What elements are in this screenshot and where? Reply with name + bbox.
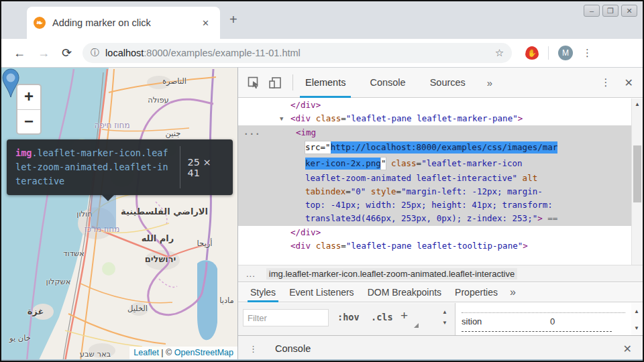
styles-filter-bar: :hov .cls + ▲ ▼: [238, 303, 455, 335]
toggle-class-button[interactable]: .cls: [371, 312, 393, 322]
scroll-up-icon[interactable]: ▲: [631, 308, 642, 314]
breadcrumb: ... img.leaflet-marker-icon.leaflet-zoom…: [238, 265, 643, 282]
code-text: </div>: [290, 100, 321, 110]
scroll-up-icon[interactable]: ▲: [632, 101, 643, 107]
tab-console-drawer[interactable]: Console: [272, 336, 313, 362]
tab-close-icon[interactable]: ✕: [198, 17, 213, 29]
code-text: ==: [547, 213, 557, 223]
url-bar[interactable]: ⓘ localhost :8000/examples/example-11-01…: [83, 43, 512, 63]
adblock-extension-icon[interactable]: ✋: [525, 46, 539, 60]
map-label: رام الله: [142, 233, 174, 243]
box-model-border: [462, 331, 612, 332]
elements-scrollbar[interactable]: ▲ ▼: [631, 99, 643, 280]
toggle-hover-button[interactable]: :hov: [337, 312, 360, 322]
code-text: =: [341, 113, 346, 123]
code-text: class: [391, 158, 417, 168]
map-label: מחוז חיפה: [94, 121, 129, 130]
tab-dom-breakpoints[interactable]: DOM Breakpoints: [366, 283, 443, 302]
tab-sources[interactable]: Sources: [427, 68, 468, 98]
tab-properties[interactable]: Properties: [453, 283, 499, 302]
tooltip-size: 25 × 41: [188, 157, 226, 178]
device-toolbar-icon[interactable]: [268, 76, 282, 89]
devtools-menu-icon[interactable]: ⋮: [601, 76, 611, 88]
browser-tab[interactable]: ❧ Adding marker on click ✕: [27, 7, 220, 39]
metrics-scrollbar[interactable]: ▲ ▼: [631, 303, 643, 335]
url-host: localhost: [105, 48, 144, 58]
breadcrumb-ellipsis[interactable]: ...: [246, 269, 256, 279]
scroll-up-icon[interactable]: ▲: [439, 307, 450, 318]
code-text: "margin-left: -12px; margin-: [401, 186, 543, 196]
forward-icon: →: [38, 46, 50, 60]
close-button[interactable]: ✕: [621, 5, 637, 17]
browser-toolbar: ← → ⟳ ⓘ localhost :8000/examples/example…: [1, 39, 643, 67]
tab-elements[interactable]: Elements: [303, 68, 348, 98]
tooltip-divider: [180, 146, 180, 188]
selected-text: http://localhost:8000/examples/css/image…: [331, 141, 558, 154]
osm-link[interactable]: OpenStreetMap: [174, 348, 233, 357]
scroll-down-icon[interactable]: ▼: [631, 325, 642, 331]
scrollbar-thumb[interactable]: [633, 145, 641, 202]
map-zoom-control: + −: [16, 84, 42, 135]
styles-filter-input[interactable]: [243, 309, 329, 326]
box-model-border: [462, 312, 625, 313]
tab-console[interactable]: Console: [367, 68, 408, 98]
console-menu-icon[interactable]: ⋮: [249, 344, 258, 354]
new-style-rule-button[interactable]: +: [400, 308, 408, 323]
reload-icon[interactable]: ⟳: [62, 46, 72, 60]
breadcrumb-selector[interactable]: img.leaflet-marker-icon.leaflet-zoom-ani…: [266, 268, 517, 280]
code-text: class: [316, 241, 341, 251]
code-text: <div: [290, 241, 311, 251]
tab-title: Adding marker on click: [52, 17, 198, 28]
zoom-in-button[interactable]: +: [17, 85, 40, 109]
map-label: אשדוד: [63, 249, 85, 258]
styles-pane-scroll[interactable]: ▲ ▼: [439, 307, 450, 328]
tab-event-listeners[interactable]: Event Listeners: [288, 283, 356, 302]
leaflet-link[interactable]: Leaflet: [133, 348, 159, 357]
window-bottom-edge: [1, 359, 643, 361]
attribute-editor[interactable]: src=": [305, 141, 331, 154]
code-text: >: [518, 113, 523, 123]
minimize-button[interactable]: –: [584, 5, 600, 17]
tooltip-classes: .leaflet-marker-icon.leaflet-zoom-animat…: [15, 147, 168, 186]
browser-window: – ❐ ✕ ❧ Adding marker on click ✕ + ← → ⟳…: [0, 0, 644, 362]
code-text: leaflet-zoom-animated leaflet-interactiv…: [305, 173, 517, 183]
leaflet-map[interactable]: الناصرة עפולה מחוז חיפה جنين חולון מחוז …: [1, 67, 237, 361]
sidebar-more-tabs-icon[interactable]: »: [510, 286, 516, 298]
code-text: class: [316, 113, 341, 123]
toolbar-divider: [548, 46, 549, 60]
tooltip-tag: img: [15, 147, 32, 158]
devtools-close-icon[interactable]: ✕: [625, 76, 633, 89]
metric-value[interactable]: 0: [550, 316, 555, 326]
node-options-icon[interactable]: ...: [244, 127, 261, 137]
page-info-icon[interactable]: ⓘ: [91, 47, 99, 59]
bookmark-star-icon[interactable]: ☆: [495, 47, 504, 59]
scroll-down-icon[interactable]: ▼: [439, 318, 450, 328]
browser-menu-icon[interactable]: ⋮: [582, 47, 592, 59]
tab-strip: – ❐ ✕ ❧ Adding marker on click ✕ +: [1, 1, 643, 39]
map-label: جنين: [166, 129, 181, 138]
code-text: "leaflet-pane leaflet-marker-pane": [346, 113, 518, 123]
window-controls: – ❐ ✕: [584, 5, 637, 17]
zoom-out-button[interactable]: −: [17, 109, 40, 133]
code-text: =: [417, 158, 422, 168]
inspect-tooltip: img.leaflet-marker-icon.leaflet-zoom-ani…: [7, 139, 233, 195]
new-tab-button[interactable]: +: [229, 12, 237, 27]
console-close-icon[interactable]: ✕: [623, 343, 632, 355]
code-text: >: [537, 213, 543, 223]
profile-avatar[interactable]: M: [558, 46, 573, 60]
map-label: אשקלון: [46, 277, 71, 286]
resize-handle-icon[interactable]: [414, 323, 419, 328]
inspect-element-icon[interactable]: [248, 76, 260, 89]
elements-tree[interactable]: </div> ▼<div class="leaflet-pane leaflet…: [238, 99, 631, 280]
expand-arrow-icon[interactable]: ▼: [280, 112, 290, 125]
tab-styles[interactable]: Styles: [249, 283, 277, 302]
metric-label: sition: [462, 316, 482, 326]
more-tabs-icon[interactable]: »: [487, 77, 492, 88]
attribution-sep: | ©: [159, 348, 174, 357]
selected-node[interactable]: ... <img src="http://localhost:8000/exam…: [238, 125, 631, 226]
back-icon[interactable]: ←: [13, 46, 25, 60]
leaflet-favicon-icon: ❧: [34, 17, 46, 29]
map-label: עפולה: [148, 95, 169, 105]
maximize-button[interactable]: ❐: [602, 5, 619, 17]
map-label: مادبا: [219, 296, 234, 305]
